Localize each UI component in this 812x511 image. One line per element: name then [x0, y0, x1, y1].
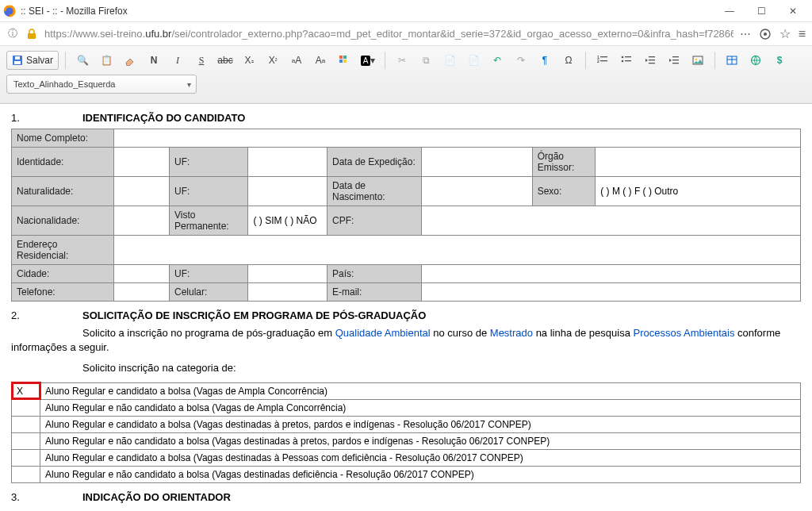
- superscript-icon[interactable]: X²: [262, 51, 283, 70]
- copy2-icon[interactable]: ⧉: [416, 51, 436, 70]
- category-table[interactable]: XAluno Regular e candidato a bolsa (Vaga…: [11, 382, 801, 483]
- url-right-controls: ··· ☆ ≡: [740, 26, 806, 41]
- category-row[interactable]: Aluno Regular e não candidato a bolsa (V…: [12, 399, 801, 416]
- copy-icon[interactable]: 📋: [96, 51, 117, 70]
- label-sexo: Sexo:: [532, 177, 596, 206]
- image-icon[interactable]: [688, 51, 708, 70]
- category-row[interactable]: Aluno Regular e não candidato a bolsa (V…: [12, 432, 801, 449]
- font-size-up-icon[interactable]: aA: [286, 51, 307, 70]
- reader-icon[interactable]: [759, 28, 772, 40]
- field-naturalidade[interactable]: [114, 177, 170, 206]
- svg-rect-18: [625, 60, 631, 61]
- subscript-icon[interactable]: X₂: [239, 51, 259, 70]
- style-dropdown[interactable]: Texto_Alinhado_Esquerda: [6, 75, 197, 94]
- category-row[interactable]: Aluno Regular e candidato a bolsa (Vagas…: [12, 449, 801, 466]
- svg-text:2: 2: [597, 59, 599, 63]
- font-size-down-icon[interactable]: Aa: [310, 51, 331, 70]
- link-program[interactable]: Qualidade Ambiental: [335, 327, 431, 339]
- editor-content[interactable]: 1. IDENTIFICAÇÃO DO CANDIDATO Nome Compl…: [0, 104, 812, 509]
- save-label: Salvar: [26, 55, 53, 66]
- app-menu-icon[interactable]: ≡: [799, 27, 806, 41]
- strike-icon[interactable]: abc: [215, 51, 236, 70]
- undo-icon[interactable]: ↶: [487, 51, 508, 70]
- field-endereco[interactable]: [114, 236, 801, 265]
- url-text[interactable]: https://www.sei-treino.ufu.br/sei/contro…: [44, 28, 733, 40]
- bookmark-icon[interactable]: ☆: [779, 26, 791, 41]
- svg-rect-7: [339, 56, 343, 59]
- category-text: Aluno Regular e não candidato a bolsa (V…: [40, 432, 801, 449]
- category-mark[interactable]: X: [12, 382, 40, 399]
- paste-plain-icon[interactable]: 📄: [463, 51, 484, 70]
- url-more-icon[interactable]: ···: [740, 27, 750, 41]
- field-identidade[interactable]: [114, 148, 170, 177]
- link-line[interactable]: Processos Ambientais: [634, 327, 735, 339]
- field-cpf[interactable]: [422, 206, 801, 236]
- field-data-expedicao[interactable]: [422, 148, 532, 177]
- indent-icon[interactable]: [664, 51, 684, 70]
- outdent-icon[interactable]: [640, 51, 661, 70]
- table-icon[interactable]: [722, 51, 742, 70]
- category-mark[interactable]: [12, 432, 40, 449]
- field-email[interactable]: [422, 283, 801, 302]
- minimize-button[interactable]: —: [714, 0, 745, 22]
- field-sexo[interactable]: ( ) M ( ) F ( ) Outro: [596, 177, 801, 206]
- field-nome[interactable]: [114, 129, 801, 148]
- category-mark[interactable]: [12, 466, 40, 482]
- close-button[interactable]: ✕: [777, 0, 809, 22]
- redo-icon[interactable]: ↷: [511, 51, 531, 70]
- separator: [65, 52, 66, 69]
- save-button[interactable]: Salvar: [6, 51, 59, 70]
- field-visto[interactable]: ( ) SIM ( ) NÃO: [248, 206, 327, 236]
- category-row[interactable]: XAluno Regular e candidato a bolsa (Vaga…: [12, 382, 801, 399]
- category-intro: Solicito inscrição na categoria de:: [11, 361, 801, 375]
- field-data-nascimento[interactable]: [422, 177, 532, 206]
- info-icon[interactable]: ⓘ: [6, 28, 19, 40]
- omega-icon[interactable]: Ω: [558, 51, 579, 70]
- bg-color-icon[interactable]: A▾: [358, 51, 378, 70]
- window-titlebar: :: SEI - :: - Mozilla Firefox — ☐ ✕: [0, 0, 812, 22]
- section-3-header: 3. INDICAÇÃO DO ORIENTADOR: [11, 491, 801, 503]
- label-identidade: Identidade:: [12, 148, 114, 177]
- field-uf2[interactable]: [248, 177, 327, 206]
- link-icon[interactable]: [745, 51, 766, 70]
- category-row[interactable]: Aluno Regular e candidato a bolsa (Vagas…: [12, 416, 801, 432]
- eraser-icon[interactable]: [120, 51, 140, 70]
- ordered-list-icon[interactable]: 12: [592, 51, 613, 70]
- cut-icon[interactable]: ✂: [392, 51, 412, 70]
- field-celular[interactable]: [248, 283, 327, 302]
- maximize-button[interactable]: ☐: [745, 0, 777, 22]
- lock-warning-icon[interactable]: [25, 28, 38, 40]
- italic-icon[interactable]: I: [167, 51, 188, 70]
- url-prefix: https://www.sei-treino.: [44, 28, 145, 40]
- underline-icon[interactable]: S: [191, 51, 212, 70]
- style-dropdown-label: Texto_Alinhado_Esquerda: [13, 79, 115, 89]
- category-text: Aluno Regular e não candidato a bolsa (V…: [40, 466, 801, 482]
- svg-rect-23: [672, 60, 679, 60]
- field-orgao-emissor[interactable]: [596, 148, 801, 177]
- label-cpf: CPF:: [327, 206, 421, 236]
- field-uf[interactable]: [248, 148, 327, 177]
- paragraph-icon[interactable]: ¶: [534, 51, 555, 70]
- field-uf3[interactable]: [248, 265, 327, 283]
- label-endereco: Endereço Residencial:: [12, 236, 114, 265]
- link-course[interactable]: Mestrado: [490, 327, 533, 339]
- unordered-list-icon[interactable]: [616, 51, 637, 70]
- category-mark[interactable]: [12, 416, 40, 432]
- category-mark[interactable]: [12, 449, 40, 466]
- search-icon[interactable]: 🔍: [72, 51, 93, 70]
- paste-icon[interactable]: 📄: [439, 51, 460, 70]
- identification-table[interactable]: Nome Completo: Identidade: UF: Data de E…: [11, 129, 801, 302]
- separator: [714, 52, 715, 69]
- category-row[interactable]: Aluno Regular e não candidato a bolsa (V…: [12, 466, 801, 482]
- toolbar-row-2: Texto_Alinhado_Esquerda: [6, 75, 806, 94]
- text-color-icon[interactable]: [334, 51, 354, 70]
- section-number: 1.: [11, 112, 82, 124]
- bold-icon[interactable]: N: [144, 51, 164, 70]
- section-number: 3.: [11, 491, 82, 503]
- money-icon[interactable]: $: [769, 51, 790, 70]
- field-pais[interactable]: [422, 265, 801, 283]
- field-nacionalidade[interactable]: [114, 206, 170, 236]
- category-mark[interactable]: [12, 399, 40, 416]
- field-cidade[interactable]: [114, 265, 170, 283]
- field-telefone[interactable]: [114, 283, 170, 302]
